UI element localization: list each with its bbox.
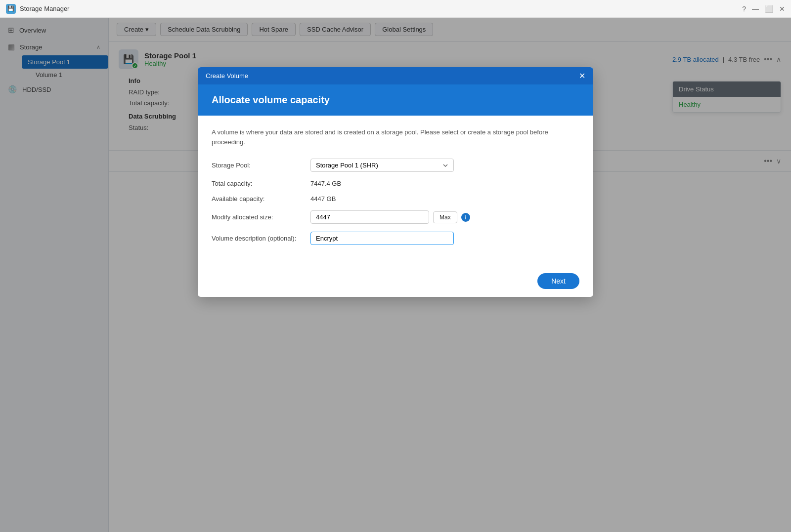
create-volume-modal: Create Volume ✕ Allocate volume capacity… bbox=[198, 67, 593, 297]
modal-body: A volume is where your data are stored a… bbox=[198, 116, 593, 265]
available-capacity-row: Available capacity: 4447 GB bbox=[212, 195, 579, 203]
modal-description: A volume is where your data are stored a… bbox=[212, 127, 579, 147]
description-label: Volume description (optional): bbox=[212, 235, 310, 242]
titlebar-left: 💾 Storage Manager bbox=[6, 4, 69, 14]
modify-size-input-group: Max i bbox=[310, 210, 470, 224]
description-input[interactable] bbox=[310, 232, 454, 245]
modal-titlebar: Create Volume ✕ bbox=[198, 67, 593, 84]
total-capacity-row: Total capacity: 7447.4 GB bbox=[212, 180, 579, 187]
modify-size-input[interactable] bbox=[310, 210, 429, 224]
storage-pool-select[interactable]: Storage Pool 1 (SHR) bbox=[310, 159, 454, 172]
modal-titlebar-text: Create Volume bbox=[206, 72, 248, 80]
titlebar: 💾 Storage Manager ? — ⬜ ✕ bbox=[0, 0, 791, 18]
help-button[interactable]: ? bbox=[742, 5, 746, 13]
available-capacity-value: 4447 GB bbox=[310, 195, 336, 203]
titlebar-controls: ? — ⬜ ✕ bbox=[742, 5, 785, 13]
modal-overlay: Create Volume ✕ Allocate volume capacity… bbox=[0, 18, 791, 532]
available-capacity-label: Available capacity: bbox=[212, 195, 310, 203]
close-button[interactable]: ✕ bbox=[779, 5, 785, 13]
modal-header: Allocate volume capacity bbox=[198, 84, 593, 116]
size-info-icon[interactable]: i bbox=[461, 213, 470, 222]
storage-pool-field-row: Storage Pool: Storage Pool 1 (SHR) bbox=[212, 159, 579, 172]
app-title: Storage Manager bbox=[20, 5, 69, 12]
total-capacity-value: 7447.4 GB bbox=[310, 180, 341, 187]
modal-close-button[interactable]: ✕ bbox=[579, 71, 585, 81]
maximize-button[interactable]: ⬜ bbox=[765, 5, 773, 13]
app-icon: 💾 bbox=[6, 4, 16, 14]
total-capacity-label: Total capacity: bbox=[212, 180, 310, 187]
modify-size-label: Modify allocated size: bbox=[212, 213, 310, 221]
description-field-row: Volume description (optional): bbox=[212, 232, 579, 245]
modal-footer: Next bbox=[198, 265, 593, 297]
modify-size-row: Modify allocated size: Max i bbox=[212, 210, 579, 224]
minimize-button[interactable]: — bbox=[752, 5, 759, 13]
storage-pool-label: Storage Pool: bbox=[212, 162, 310, 169]
next-button[interactable]: Next bbox=[537, 273, 579, 289]
modal-title: Allocate volume capacity bbox=[212, 94, 579, 106]
max-button[interactable]: Max bbox=[433, 211, 457, 223]
